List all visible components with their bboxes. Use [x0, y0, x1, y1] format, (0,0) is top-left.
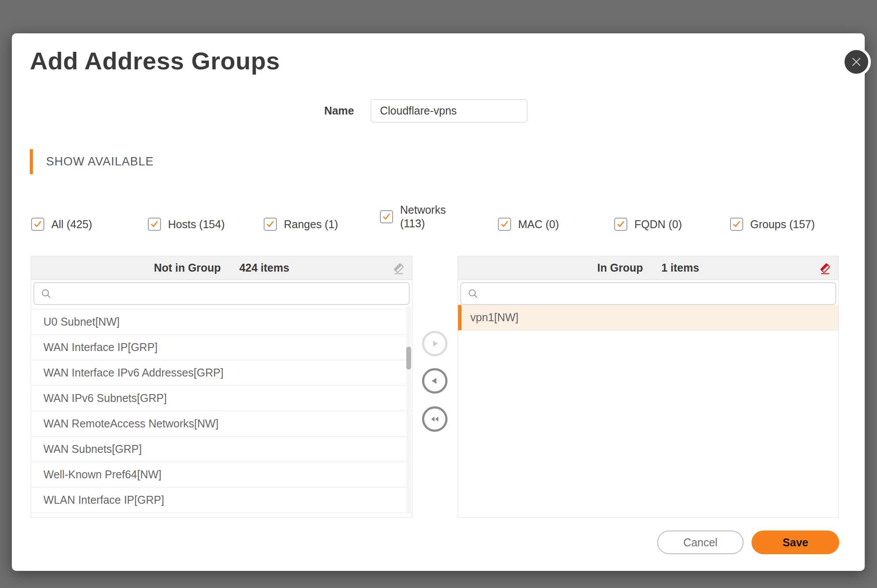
move-left-button[interactable]: [422, 368, 447, 394]
panel-count: 424 items: [239, 262, 289, 274]
list-item[interactable]: WAN Interface IPv6 Addresses[GRP]: [31, 360, 412, 386]
left-search-area: [31, 280, 412, 305]
filter-label: All (425): [51, 218, 92, 231]
filter-mac: MAC (0): [498, 218, 559, 231]
checkbox-all[interactable]: [31, 218, 44, 231]
list-item[interactable]: WLAN Interface IP[GRP]: [31, 488, 412, 513]
not-in-group-header: Not in Group 424 items: [31, 256, 412, 280]
cancel-button[interactable]: Cancel: [657, 531, 744, 554]
check-icon: [265, 219, 276, 230]
add-address-groups-dialog: Add Address Groups Name SHOW AVAILABLE A…: [12, 33, 865, 571]
eraser-icon: [392, 261, 406, 275]
name-label: Name: [275, 104, 354, 117]
filter-ranges: Ranges (1): [264, 218, 338, 231]
check-icon: [381, 211, 392, 222]
list-item[interactable]: WAN IPv6 Subnets[GRP]: [31, 386, 412, 411]
filter-label: MAC (0): [518, 218, 559, 231]
panel-title: Not in Group: [154, 262, 221, 274]
list-item[interactable]: WAN Subnets[GRP]: [31, 437, 412, 462]
in-group-panel: In Group 1 items: [458, 256, 839, 518]
checkbox-fqdn[interactable]: [614, 218, 627, 231]
close-button[interactable]: [842, 47, 871, 76]
list-item-selected[interactable]: vpn1[NW]: [458, 305, 838, 330]
filter-label: Hosts (154): [168, 218, 225, 231]
clear-right-list-button[interactable]: [817, 260, 833, 276]
filter-label-line1: Networks: [400, 203, 446, 217]
list-item[interactable]: WAN RemoteAccess Networks[NW]: [31, 411, 412, 437]
not-in-group-list: U0 Subnet[NW] WAN Interface IP[GRP] WAN …: [31, 305, 412, 516]
arrow-right-circle-icon: [428, 337, 441, 350]
checkbox-networks[interactable]: [380, 210, 393, 223]
checkbox-ranges[interactable]: [264, 218, 277, 231]
filter-fqdn: FQDN (0): [614, 218, 682, 231]
checkbox-groups[interactable]: [730, 218, 743, 231]
left-list-scrollbar-thumb[interactable]: [406, 347, 411, 369]
checkbox-hosts[interactable]: [148, 218, 161, 231]
section-title: SHOW AVAILABLE: [46, 155, 154, 169]
filter-label: Ranges (1): [284, 218, 338, 231]
list-item-partial[interactable]: [31, 305, 412, 309]
check-icon: [32, 219, 43, 230]
move-right-button: [422, 331, 447, 356]
move-all-left-button[interactable]: [422, 406, 447, 432]
checkbox-mac[interactable]: [498, 218, 511, 231]
filter-hosts: Hosts (154): [148, 218, 225, 231]
section-accent-bar: [30, 149, 33, 174]
filter-label: FQDN (0): [634, 218, 682, 231]
check-icon: [149, 219, 160, 230]
show-available-section: SHOW AVAILABLE: [30, 149, 154, 174]
filter-groups: Groups (157): [730, 218, 815, 231]
right-search-input[interactable]: [461, 283, 835, 304]
panel-title: In Group: [597, 262, 643, 274]
arrow-left-circle-icon: [428, 374, 441, 387]
check-icon: [615, 219, 626, 230]
name-input[interactable]: [371, 99, 527, 122]
save-button[interactable]: Save: [752, 531, 839, 554]
close-icon: [850, 56, 863, 68]
check-icon: [499, 219, 510, 230]
in-group-list: vpn1[NW]: [458, 305, 838, 516]
left-list-scrollbar-track[interactable]: [406, 306, 411, 514]
not-in-group-panel: Not in Group 424 items: [31, 256, 412, 518]
list-item[interactable]: WAN Interface IP[GRP]: [31, 335, 412, 360]
check-icon: [731, 219, 742, 230]
right-search-area: [458, 280, 838, 305]
filter-label-line2: (113): [400, 217, 446, 230]
list-item[interactable]: Well-Known Pref64[NW]: [31, 462, 412, 488]
left-search-input[interactable]: [34, 283, 409, 304]
in-group-header: In Group 1 items: [458, 256, 838, 280]
filter-networks: Networks (113): [380, 203, 446, 231]
list-item[interactable]: U0 Subnet[NW]: [31, 309, 412, 335]
page-title: Add Address Groups: [30, 47, 280, 75]
filter-all: All (425): [31, 218, 92, 231]
filter-label: Groups (157): [750, 218, 815, 231]
clear-left-list-button: [391, 260, 407, 276]
double-arrow-left-circle-icon: [428, 412, 441, 426]
eraser-icon: [818, 261, 832, 275]
panel-count: 1 items: [661, 262, 699, 274]
